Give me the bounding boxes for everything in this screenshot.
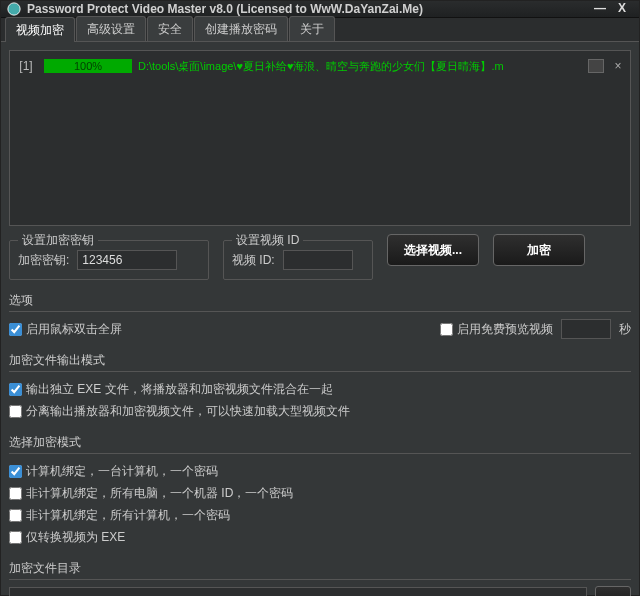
free-preview-checkbox[interactable]: 启用免费预览视频 bbox=[440, 321, 553, 338]
output-dir-section: 加密文件目录 ... bbox=[9, 556, 631, 596]
mode-convertonly-checkbox[interactable]: 仅转换视频为 EXE bbox=[9, 529, 125, 546]
list-item[interactable]: [1] 100% D:\tools\桌面\image\♥夏日补给♥海浪、晴空与奔… bbox=[14, 55, 626, 77]
video-id-input[interactable] bbox=[283, 250, 353, 270]
encrypt-key-label: 加密密钥: bbox=[18, 252, 69, 269]
tab-video-encrypt[interactable]: 视频加密 bbox=[5, 17, 75, 42]
progress-bar: 100% bbox=[44, 59, 132, 73]
svg-point-0 bbox=[8, 3, 20, 15]
tab-security[interactable]: 安全 bbox=[147, 16, 193, 41]
video-id-title: 设置视频 ID bbox=[232, 232, 303, 249]
mode-bind-checkbox[interactable]: 计算机绑定，一台计算机，一个密码 bbox=[9, 463, 218, 480]
encrypt-mode-section: 选择加密模式 计算机绑定，一台计算机，一个密码 非计算机绑定，所有电脑，一个机器… bbox=[9, 430, 631, 548]
dblclick-fullscreen-checkbox[interactable]: 启用鼠标双击全屏 bbox=[9, 321, 122, 338]
row-edit-icon[interactable] bbox=[588, 59, 604, 73]
output-dir-title: 加密文件目录 bbox=[9, 560, 631, 580]
video-list[interactable]: [1] 100% D:\tools\桌面\image\♥夏日补给♥海浪、晴空与奔… bbox=[9, 50, 631, 226]
output-mode-section: 加密文件输出模式 输出独立 EXE 文件，将播放器和加密视频文件混合在一起 分离… bbox=[9, 348, 631, 422]
encrypt-key-group: 设置加密密钥 加密密钥: bbox=[9, 240, 209, 280]
app-icon bbox=[7, 2, 21, 16]
progress-value: 100% bbox=[44, 59, 132, 73]
select-video-button[interactable]: 选择视频... bbox=[387, 234, 479, 266]
options-section: 选项 启用鼠标双击全屏 启用免费预览视频 秒 bbox=[9, 288, 631, 340]
close-button[interactable]: X bbox=[611, 1, 633, 17]
browse-button[interactable]: ... bbox=[595, 586, 631, 596]
content-pane: [1] 100% D:\tools\桌面\image\♥夏日补给♥海浪、晴空与奔… bbox=[1, 42, 639, 596]
encrypt-mode-title: 选择加密模式 bbox=[9, 434, 631, 454]
seconds-unit: 秒 bbox=[619, 321, 631, 338]
encrypt-button[interactable]: 加密 bbox=[493, 234, 585, 266]
row-index: [1] bbox=[14, 59, 38, 73]
encrypt-key-input[interactable] bbox=[77, 250, 177, 270]
row-remove-button[interactable]: × bbox=[610, 59, 626, 73]
mode-machineid-checkbox[interactable]: 非计算机绑定，所有电脑，一个机器 ID，一个密码 bbox=[9, 485, 293, 502]
minimize-button[interactable]: — bbox=[589, 1, 611, 17]
row-filepath: D:\tools\桌面\image\♥夏日补给♥海浪、晴空与奔跑的少女们【夏日晴… bbox=[138, 59, 582, 74]
video-id-label: 视频 ID: bbox=[232, 252, 275, 269]
tab-about[interactable]: 关于 bbox=[289, 16, 335, 41]
window-title: Password Protect Video Master v8.0 (Lice… bbox=[27, 2, 589, 16]
tab-bar: 视频加密 高级设置 安全 创建播放密码 关于 bbox=[1, 18, 639, 42]
mode-allpc-checkbox[interactable]: 非计算机绑定，所有计算机，一个密码 bbox=[9, 507, 230, 524]
video-id-group: 设置视频 ID 视频 ID: bbox=[223, 240, 373, 280]
preview-seconds-input[interactable] bbox=[561, 319, 611, 339]
encrypt-key-title: 设置加密密钥 bbox=[18, 232, 98, 249]
output-mode-title: 加密文件输出模式 bbox=[9, 352, 631, 372]
output-dir-input[interactable] bbox=[9, 587, 587, 596]
tab-create-password[interactable]: 创建播放密码 bbox=[194, 16, 288, 41]
output-single-exe-checkbox[interactable]: 输出独立 EXE 文件，将播放器和加密视频文件混合在一起 bbox=[9, 381, 333, 398]
tab-advanced[interactable]: 高级设置 bbox=[76, 16, 146, 41]
output-separate-checkbox[interactable]: 分离输出播放器和加密视频文件，可以快速加载大型视频文件 bbox=[9, 403, 350, 420]
app-window: Password Protect Video Master v8.0 (Lice… bbox=[0, 0, 640, 596]
options-title: 选项 bbox=[9, 292, 631, 312]
